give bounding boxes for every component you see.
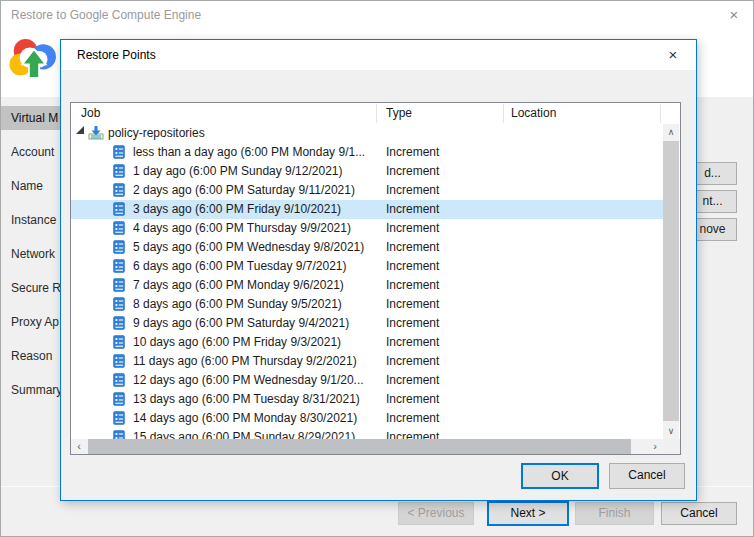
restore-point-row[interactable]: 2 days ago (6:00 PM Saturday 9/11/2021)I… xyxy=(71,181,663,200)
restore-points-list: Job Type Location policy-repositoriesles… xyxy=(70,102,681,455)
restore-point-label: 10 days ago (6:00 PM Friday 9/3/2021) xyxy=(133,333,379,352)
column-header-job[interactable]: Job xyxy=(81,106,100,120)
restore-point-icon xyxy=(113,316,125,330)
restore-point-row[interactable]: 10 days ago (6:00 PM Friday 9/3/2021)Inc… xyxy=(71,333,663,352)
finish-button: Finish xyxy=(575,502,654,525)
restore-point-row[interactable]: 9 days ago (6:00 PM Saturday 9/4/2021)In… xyxy=(71,314,663,333)
restore-point-label: 2 days ago (6:00 PM Saturday 9/11/2021) xyxy=(133,181,379,200)
restore-point-label: 3 days ago (6:00 PM Friday 9/10/2021) xyxy=(133,200,379,219)
scroll-down-icon[interactable]: ∨ xyxy=(663,423,679,439)
restore-point-icon xyxy=(113,202,125,216)
scroll-left-icon[interactable]: ‹ xyxy=(71,439,87,454)
restore-point-icon xyxy=(113,430,125,439)
scroll-up-icon[interactable]: ∧ xyxy=(663,124,679,140)
scroll-right-icon[interactable]: › xyxy=(647,439,663,454)
restore-point-icon xyxy=(113,145,125,159)
restore-point-row[interactable]: 6 days ago (6:00 PM Tuesday 9/7/2021)Inc… xyxy=(71,257,663,276)
restore-point-type: Increment xyxy=(386,257,439,276)
column-separator[interactable] xyxy=(660,104,661,123)
restore-point-icon xyxy=(113,259,125,273)
restore-point-type: Increment xyxy=(386,181,439,200)
next-button[interactable]: Next > xyxy=(487,501,569,526)
restore-point-type: Increment xyxy=(386,409,439,428)
restore-point-row[interactable]: 5 days ago (6:00 PM Wednesday 9/8/2021)I… xyxy=(71,238,663,257)
cancel-button[interactable]: Cancel xyxy=(661,502,737,525)
restore-point-label: 7 days ago (6:00 PM Monday 9/6/2021) xyxy=(133,276,379,295)
restore-point-icon xyxy=(113,221,125,235)
restore-point-row[interactable]: less than a day ago (6:00 PM Monday 9/1.… xyxy=(71,143,663,162)
tree-parent-row[interactable]: policy-repositories xyxy=(71,124,663,143)
restore-point-type: Increment xyxy=(386,200,439,219)
cancel-button[interactable]: Cancel xyxy=(609,463,685,489)
dialog-title: Restore Points xyxy=(77,48,156,62)
restore-point-row[interactable]: 14 days ago (6:00 PM Monday 8/30/2021)In… xyxy=(71,409,663,428)
restore-point-icon xyxy=(113,411,125,425)
restore-point-label: 12 days ago (6:00 PM Wednesday 9/1/20... xyxy=(133,371,379,390)
restore-point-icon xyxy=(113,183,125,197)
previous-button: < Previous xyxy=(398,502,474,525)
restore-point-type: Increment xyxy=(386,238,439,257)
restore-point-type: Increment xyxy=(386,428,439,439)
restore-point-label: 4 days ago (6:00 PM Thursday 9/9/2021) xyxy=(133,219,379,238)
restore-point-type: Increment xyxy=(386,162,439,181)
restore-point-label: 13 days ago (6:00 PM Tuesday 8/31/2021) xyxy=(133,390,379,409)
ok-button[interactable]: OK xyxy=(521,463,599,489)
column-header-location[interactable]: Location xyxy=(511,106,556,120)
restore-point-type: Increment xyxy=(386,143,439,162)
restore-point-label: 15 days ago (6:00 PM Sunday 8/29/2021) xyxy=(133,428,379,439)
column-header-type[interactable]: Type xyxy=(386,106,412,120)
horizontal-scroll-thumb[interactable] xyxy=(88,439,631,454)
restore-point-row[interactable]: 8 days ago (6:00 PM Sunday 9/5/2021)Incr… xyxy=(71,295,663,314)
restore-point-label: less than a day ago (6:00 PM Monday 9/1.… xyxy=(133,143,379,162)
restore-point-type: Increment xyxy=(386,333,439,352)
job-name: policy-repositories xyxy=(108,124,205,143)
restore-point-row[interactable]: 3 days ago (6:00 PM Friday 9/10/2021)Inc… xyxy=(71,200,663,219)
restore-point-type: Increment xyxy=(386,314,439,333)
restore-point-row[interactable]: 1 day ago (6:00 PM Sunday 9/12/2021)Incr… xyxy=(71,162,663,181)
restore-point-type: Increment xyxy=(386,276,439,295)
restore-point-icon xyxy=(113,354,125,368)
restore-point-row[interactable]: 7 days ago (6:00 PM Monday 9/6/2021)Incr… xyxy=(71,276,663,295)
window-close-icon[interactable]: × xyxy=(723,5,745,25)
google-cloud-logo xyxy=(7,32,61,90)
restore-point-icon xyxy=(113,278,125,292)
restore-point-row[interactable]: 12 days ago (6:00 PM Wednesday 9/1/20...… xyxy=(71,371,663,390)
restore-point-label: 6 days ago (6:00 PM Tuesday 9/7/2021) xyxy=(133,257,379,276)
dialog-close-icon[interactable]: × xyxy=(662,45,684,65)
restore-point-type: Increment xyxy=(386,371,439,390)
scrollbar-corner xyxy=(663,439,680,454)
vertical-scroll-thumb[interactable] xyxy=(663,141,679,421)
restore-point-type: Increment xyxy=(386,219,439,238)
restore-point-icon xyxy=(113,373,125,387)
restore-point-icon xyxy=(113,392,125,406)
restore-points-dialog: Restore Points × Available restore point… xyxy=(60,39,697,501)
restore-wizard-window: Restore to Google Compute Engine × Virtu… xyxy=(0,0,754,537)
backup-job-icon xyxy=(88,126,104,140)
restore-point-label: 11 days ago (6:00 PM Thursday 9/2/2021) xyxy=(133,352,379,371)
restore-point-label: 8 days ago (6:00 PM Sunday 9/5/2021) xyxy=(133,295,379,314)
restore-point-label: 5 days ago (6:00 PM Wednesday 9/8/2021) xyxy=(133,238,379,257)
restore-point-icon xyxy=(113,297,125,311)
restore-points-rows: policy-repositoriesless than a day ago (… xyxy=(71,124,663,439)
restore-point-label: 1 day ago (6:00 PM Sunday 9/12/2021) xyxy=(133,162,379,181)
dialog-titlebar: Restore Points × xyxy=(61,40,696,70)
restore-point-row[interactable]: 15 days ago (6:00 PM Sunday 8/29/2021)In… xyxy=(71,428,663,439)
restore-point-row[interactable]: 4 days ago (6:00 PM Thursday 9/9/2021)In… xyxy=(71,219,663,238)
restore-point-label: 14 days ago (6:00 PM Monday 8/30/2021) xyxy=(133,409,379,428)
restore-point-type: Increment xyxy=(386,295,439,314)
window-titlebar: Restore to Google Compute Engine × xyxy=(1,1,754,29)
restore-point-icon xyxy=(113,240,125,254)
window-title: Restore to Google Compute Engine xyxy=(11,8,201,22)
restore-point-row[interactable]: 13 days ago (6:00 PM Tuesday 8/31/2021)I… xyxy=(71,390,663,409)
column-separator[interactable] xyxy=(503,104,504,123)
restore-point-type: Increment xyxy=(386,390,439,409)
horizontal-scrollbar[interactable]: ‹ › xyxy=(71,439,663,454)
vertical-scrollbar[interactable]: ∧ ∨ xyxy=(663,124,679,439)
list-header: Job Type Location xyxy=(71,103,680,124)
restore-point-row[interactable]: 11 days ago (6:00 PM Thursday 9/2/2021)I… xyxy=(71,352,663,371)
tree-expand-icon[interactable] xyxy=(76,126,84,134)
restore-point-label: 9 days ago (6:00 PM Saturday 9/4/2021) xyxy=(133,314,379,333)
restore-point-icon xyxy=(113,164,125,178)
restore-point-type: Increment xyxy=(386,352,439,371)
column-separator[interactable] xyxy=(376,104,377,123)
